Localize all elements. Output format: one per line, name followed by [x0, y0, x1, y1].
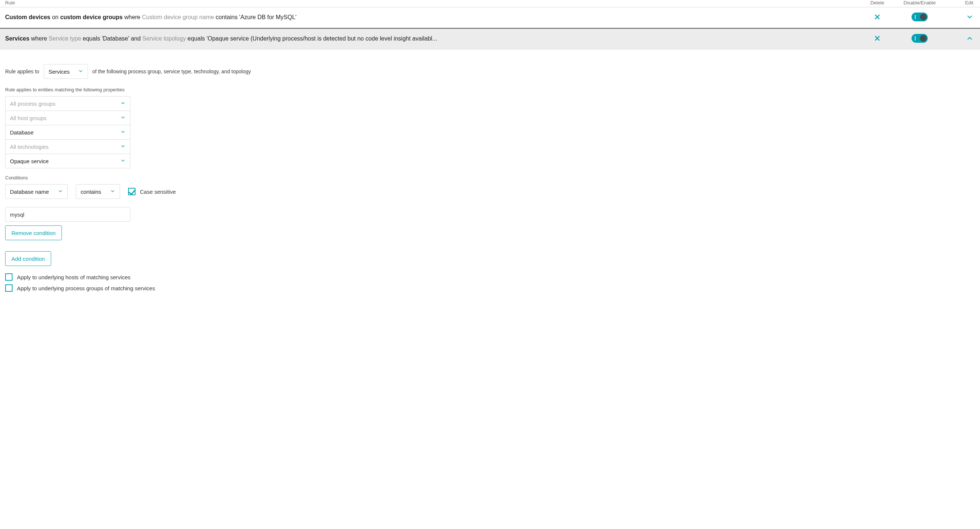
technology-filter[interactable]: All technologies	[5, 139, 130, 154]
delete-rule-button[interactable]	[873, 35, 881, 43]
rule-description: Custom devices on custom device groups w…	[5, 13, 861, 21]
delete-rule-button[interactable]	[873, 13, 881, 21]
condition-operator-value: contains	[81, 189, 101, 195]
collapse-rule-button[interactable]	[966, 35, 974, 43]
apply-hosts-checkbox[interactable]	[5, 273, 13, 281]
process-group-filter-value: All process groups	[10, 100, 55, 107]
case-sensitive-checkbox[interactable]	[128, 188, 135, 195]
col-header-enable: Disable/Enable	[894, 0, 945, 6]
col-header-edit: Edit	[945, 0, 975, 6]
rule-applies-to-value: Services	[49, 69, 70, 75]
enable-rule-toggle[interactable]	[912, 13, 928, 21]
process-group-filter[interactable]: All process groups	[5, 96, 130, 111]
chevron-down-icon	[110, 189, 115, 195]
enable-rule-toggle[interactable]	[912, 34, 928, 43]
properties-section-label: Rule applies to entities matching the fo…	[5, 87, 975, 92]
technology-filter-value: All technologies	[10, 144, 49, 150]
chevron-down-icon	[58, 189, 63, 195]
chevron-down-icon	[120, 129, 126, 135]
chevron-down-icon	[120, 115, 126, 121]
case-sensitive-label: Case sensitive	[140, 189, 176, 195]
rule-editor: Rule applies to Services of the followin…	[0, 49, 980, 292]
expand-rule-button[interactable]	[966, 13, 974, 22]
rule-row: Custom devices on custom device groups w…	[0, 7, 980, 28]
apply-hosts-label: Apply to underlying hosts of matching se…	[17, 274, 131, 280]
rule-description: Services where Service type equals 'Data…	[5, 35, 861, 43]
chevron-down-icon	[120, 144, 126, 150]
condition-operator-select[interactable]: contains	[76, 184, 120, 199]
condition-value-input[interactable]	[5, 207, 130, 222]
host-group-filter[interactable]: All host groups	[5, 110, 130, 125]
apply-process-groups-checkbox[interactable]	[5, 284, 13, 292]
rule-applies-to-label: Rule applies to	[5, 69, 40, 75]
rule-applies-to-suffix: of the following process group, service …	[92, 69, 251, 75]
chevron-down-icon	[78, 69, 83, 75]
topology-filter-value: Opaque service	[10, 158, 49, 164]
condition-attribute-select[interactable]: Database name	[5, 184, 68, 199]
service-type-filter[interactable]: Database	[5, 125, 130, 140]
chevron-down-icon	[120, 158, 126, 164]
service-type-filter-value: Database	[10, 129, 33, 135]
host-group-filter-value: All host groups	[10, 115, 46, 121]
rules-table-header: Rule Delete Disable/Enable Edit	[0, 0, 980, 7]
remove-condition-button[interactable]: Remove condition	[5, 225, 62, 240]
rule-row: Services where Service type equals 'Data…	[0, 28, 980, 49]
topology-filter[interactable]: Opaque service	[5, 154, 130, 168]
rule-applies-to-select[interactable]: Services	[44, 64, 88, 79]
apply-process-groups-label: Apply to underlying process groups of ma…	[17, 285, 155, 292]
col-header-rule: Rule	[5, 0, 861, 6]
conditions-section-label: Conditions	[5, 175, 975, 180]
add-condition-button[interactable]: Add condition	[5, 251, 51, 266]
chevron-down-icon	[120, 100, 126, 107]
condition-attribute-value: Database name	[10, 189, 49, 195]
col-header-delete: Delete	[861, 0, 894, 6]
